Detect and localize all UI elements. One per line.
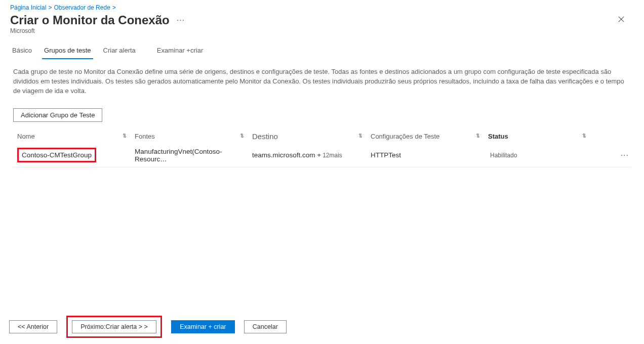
title-row: Criar o Monitor da Conexão ··· xyxy=(0,13,644,27)
chevron-right-icon: > xyxy=(48,4,52,11)
sort-icon[interactable] xyxy=(581,133,594,140)
sort-icon[interactable] xyxy=(239,133,252,140)
breadcrumb-network-watcher[interactable]: Observador de Rede xyxy=(54,4,110,11)
chevron-right-icon: > xyxy=(112,4,116,11)
tab-review-create[interactable]: Examinar +criar xyxy=(155,44,205,58)
column-header-sources[interactable]: Fontes xyxy=(135,133,252,140)
cancel-button[interactable]: Cancelar xyxy=(244,320,287,333)
destination-more[interactable]: 12mais xyxy=(323,152,342,159)
row-more-icon[interactable]: ··· xyxy=(621,151,631,160)
cell-test-config: HTTPTest xyxy=(371,151,488,159)
add-test-group-button[interactable]: Adicionar Grupo de Teste xyxy=(13,108,102,122)
column-header-sources-label: Fontes xyxy=(135,133,155,140)
breadcrumb: Página Inicial > Observador de Rede > xyxy=(0,0,644,13)
footer-bar: << Anterior Próximo:Criar alerta > > Exa… xyxy=(0,310,644,344)
column-header-name[interactable]: Nome xyxy=(13,133,135,140)
description-text: Cada grupo de teste no Monitor da Conexã… xyxy=(0,67,644,96)
sort-icon[interactable] xyxy=(475,133,488,140)
tabs: Básico Grupos de teste Criar alerta Exam… xyxy=(0,44,644,59)
cell-actions: ··· xyxy=(594,151,631,160)
sort-icon[interactable] xyxy=(122,133,135,140)
sort-icon[interactable] xyxy=(357,133,371,140)
column-header-test-config[interactable]: Configurações de Teste xyxy=(371,133,488,140)
next-button[interactable]: Próximo:Criar alerta > > xyxy=(72,320,156,333)
sources-value: ManufacturingVnet(Contoso-Resourc… xyxy=(135,148,252,163)
cell-destination: teams.microsoft.com + 12mais xyxy=(252,151,371,159)
tab-test-groups[interactable]: Grupos de teste xyxy=(42,44,93,59)
cell-status: Habilitado xyxy=(488,152,594,159)
status-value: Habilitado xyxy=(488,152,517,159)
breadcrumb-home[interactable]: Página Inicial xyxy=(10,4,46,11)
test-config-value: HTTPTest xyxy=(371,151,401,159)
column-header-test-config-label: Configurações de Teste xyxy=(371,133,439,140)
more-actions-icon[interactable]: ··· xyxy=(177,16,185,25)
column-header-status-label: Status xyxy=(488,133,508,140)
column-header-name-label: Nome xyxy=(17,133,35,140)
column-header-destination[interactable]: Destino xyxy=(252,132,371,141)
cell-name: Contoso-CMTestGroup xyxy=(13,148,135,162)
destination-main: teams.microsoft.com + xyxy=(252,151,321,159)
table-header-row: Nome Fontes Destino Configurações de Tes… xyxy=(13,129,631,144)
tab-create-alert[interactable]: Criar alerta xyxy=(101,44,138,58)
next-button-highlight: Próximo:Criar alerta > > xyxy=(66,316,162,338)
column-header-status[interactable]: Status xyxy=(488,133,594,140)
tab-basic[interactable]: Básico xyxy=(10,44,34,58)
tab-review-prefix: Examinar + xyxy=(157,47,190,54)
review-create-button[interactable]: Examinar + criar xyxy=(171,320,235,333)
table-row[interactable]: Contoso-CMTestGroup ManufacturingVnet(Co… xyxy=(13,144,631,167)
test-groups-table: Nome Fontes Destino Configurações de Tes… xyxy=(0,129,644,167)
close-icon[interactable] xyxy=(614,14,629,27)
page-subtitle: Microsoft xyxy=(0,27,644,44)
tab-review-suffix: criar xyxy=(190,47,203,54)
previous-button[interactable]: << Anterior xyxy=(9,320,57,333)
test-group-name[interactable]: Contoso-CMTestGroup xyxy=(17,148,96,162)
page-title: Criar o Monitor da Conexão xyxy=(10,13,170,27)
column-header-destination-label: Destino xyxy=(252,132,278,141)
cell-sources: ManufacturingVnet(Contoso-Resourc… xyxy=(135,148,252,163)
